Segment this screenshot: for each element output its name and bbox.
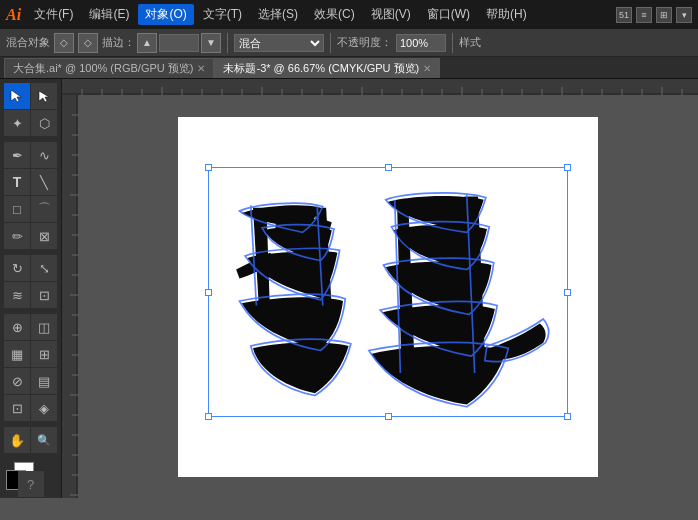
menu-window[interactable]: 窗口(W) bbox=[420, 4, 477, 25]
pencil-tool[interactable]: ✏ bbox=[4, 223, 30, 249]
dropdown-btn[interactable]: ▾ bbox=[676, 7, 692, 23]
magic-wand-tool[interactable]: ✦ bbox=[4, 110, 30, 136]
live-paint-tool[interactable]: ◫ bbox=[31, 314, 57, 340]
menu-effect[interactable]: 效果(C) bbox=[307, 4, 362, 25]
artboard-tool[interactable]: ⊡ bbox=[4, 395, 30, 421]
pen-tool[interactable]: ✒ bbox=[4, 142, 30, 168]
svg-marker-1 bbox=[39, 91, 49, 102]
menu-text[interactable]: 文字(T) bbox=[196, 4, 249, 25]
tab-2[interactable]: 未标题-3* @ 66.67% (CMYK/GPU 预览) ✕ bbox=[214, 58, 440, 78]
tab-close-2[interactable]: ✕ bbox=[423, 63, 431, 74]
mesh-tool[interactable]: ⊞ bbox=[31, 341, 57, 367]
menu-file[interactable]: 文件(F) bbox=[27, 4, 80, 25]
direct-select-tool[interactable] bbox=[31, 83, 57, 109]
tab-bar: 大合集.ai* @ 100% (RGB/GPU 预览) ✕ 未标题-3* @ 6… bbox=[0, 57, 698, 79]
eyedropper-tool[interactable]: ⊘ bbox=[4, 368, 30, 394]
toolbar: ✦ ⬡ ✒ ∿ T ╲ □ ⌒ ✏ ⊠ ↻ ⤡ ≋ ⊡ ⊕ bbox=[0, 79, 62, 498]
stroke-up-btn[interactable]: ▲ bbox=[137, 33, 157, 53]
opacity-label: 不透明度： bbox=[337, 35, 392, 50]
calligraphy-artwork bbox=[208, 167, 568, 417]
tab-1[interactable]: 大合集.ai* @ 100% (RGB/GPU 预览) ✕ bbox=[4, 58, 214, 78]
gradient-tool[interactable]: ▦ bbox=[4, 341, 30, 367]
stroke-down-btn[interactable]: ▼ bbox=[201, 33, 221, 53]
bridge-btn[interactable]: 51 bbox=[616, 7, 632, 23]
opacity-input[interactable] bbox=[396, 34, 446, 52]
shape-builder-tool[interactable]: ⊕ bbox=[4, 314, 30, 340]
tab-close-1[interactable]: ✕ bbox=[197, 63, 205, 74]
free-transform-tool[interactable]: ⊡ bbox=[31, 282, 57, 308]
text-tool[interactable]: T bbox=[4, 169, 30, 195]
menu-edit[interactable]: 编辑(E) bbox=[82, 4, 136, 25]
props-btn2[interactable]: ◇ bbox=[78, 33, 98, 53]
props-btn1[interactable]: ◇ bbox=[54, 33, 74, 53]
rotate-tool[interactable]: ↻ bbox=[4, 255, 30, 281]
arrange-btn[interactable]: ≡ bbox=[636, 7, 652, 23]
menu-object[interactable]: 对象(O) bbox=[138, 4, 193, 25]
menu-help[interactable]: 帮助(H) bbox=[479, 4, 534, 25]
workspace-btn[interactable]: ⊞ bbox=[656, 7, 672, 23]
graph-tool[interactable]: ▤ bbox=[31, 368, 57, 394]
select-tool[interactable] bbox=[4, 83, 30, 109]
app-logo: Ai bbox=[6, 6, 21, 24]
curvature-tool[interactable]: ∿ bbox=[31, 142, 57, 168]
blend-object-label: 混合对象 bbox=[6, 35, 50, 50]
canvas-content[interactable] bbox=[78, 95, 698, 498]
scale-tool[interactable]: ⤡ bbox=[31, 255, 57, 281]
style-label: 样式 bbox=[459, 35, 481, 50]
zoom-tool[interactable]: 🔍 bbox=[31, 427, 57, 453]
line-tool[interactable]: ╲ bbox=[31, 169, 57, 195]
stroke-label: 描边： bbox=[102, 35, 135, 50]
svg-marker-0 bbox=[11, 90, 21, 102]
menu-select[interactable]: 选择(S) bbox=[251, 4, 305, 25]
rect-tool[interactable]: □ bbox=[4, 196, 30, 222]
artboard bbox=[178, 117, 598, 477]
ruler-left bbox=[62, 95, 78, 498]
properties-bar: 混合对象 ◇ ◇ 描边： ▲ ▼ 混合 不透明度： 样式 bbox=[0, 29, 698, 57]
canvas-area[interactable] bbox=[62, 79, 698, 498]
svg-rect-2 bbox=[62, 79, 698, 95]
stroke-input[interactable] bbox=[159, 34, 199, 52]
lasso-tool[interactable]: ⬡ bbox=[31, 110, 57, 136]
blend-mode-select[interactable]: 混合 bbox=[234, 34, 324, 52]
hand-tool[interactable]: ✋ bbox=[4, 427, 30, 453]
help-btn[interactable]: ? bbox=[18, 471, 44, 497]
menu-view[interactable]: 视图(V) bbox=[364, 4, 418, 25]
main-area: ✦ ⬡ ✒ ∿ T ╲ □ ⌒ ✏ ⊠ ↻ ⤡ ≋ ⊡ ⊕ bbox=[0, 79, 698, 498]
eraser-tool[interactable]: ⊠ bbox=[31, 223, 57, 249]
title-bar: Ai 文件(F) 编辑(E) 对象(O) 文字(T) 选择(S) 效果(C) 视… bbox=[0, 0, 698, 29]
slice-tool[interactable]: ◈ bbox=[31, 395, 57, 421]
paintbrush-tool[interactable]: ⌒ bbox=[31, 196, 57, 222]
warp-tool[interactable]: ≋ bbox=[4, 282, 30, 308]
ruler-top bbox=[62, 79, 698, 95]
